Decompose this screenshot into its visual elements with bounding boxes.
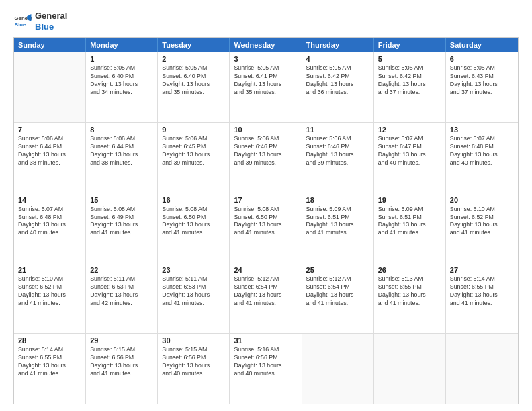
cell-info: Sunrise: 5:10 AM Sunset: 6:52 PM Dayligh… [18,275,81,308]
page: General Blue General Blue SundayMondayTu… [0,0,532,411]
svg-text:Blue: Blue [15,21,27,28]
day-cell-23: 23Sunrise: 5:11 AM Sunset: 6:53 PM Dayli… [158,263,230,333]
day-number: 14 [18,196,81,204]
day-cell-8: 8Sunrise: 5:06 AM Sunset: 6:44 PM Daylig… [86,123,158,193]
day-cell-20: 20Sunrise: 5:10 AM Sunset: 6:52 PM Dayli… [446,193,518,263]
empty-cell-4-6 [446,334,518,404]
day-number: 29 [90,336,153,345]
day-cell-15: 15Sunrise: 5:08 AM Sunset: 6:49 PM Dayli… [86,193,158,263]
day-cell-11: 11Sunrise: 5:06 AM Sunset: 6:46 PM Dayli… [302,123,374,193]
cell-info: Sunrise: 5:15 AM Sunset: 6:56 PM Dayligh… [162,346,225,378]
cell-info: Sunrise: 5:07 AM Sunset: 6:48 PM Dayligh… [18,205,81,238]
cell-info: Sunrise: 5:06 AM Sunset: 6:44 PM Dayligh… [90,135,153,167]
day-header-wednesday: Wednesday [230,38,302,52]
week-row-5: 28Sunrise: 5:14 AM Sunset: 6:55 PM Dayli… [14,334,518,404]
empty-cell-0-0 [14,52,86,122]
cell-info: Sunrise: 5:11 AM Sunset: 6:53 PM Dayligh… [90,275,153,308]
day-cell-9: 9Sunrise: 5:06 AM Sunset: 6:45 PM Daylig… [158,123,230,193]
cell-info: Sunrise: 5:07 AM Sunset: 6:48 PM Dayligh… [450,135,514,167]
day-number: 5 [378,55,441,63]
day-number: 3 [234,55,297,63]
day-number: 25 [306,266,369,274]
day-header-friday: Friday [374,38,446,52]
day-number: 21 [18,266,81,274]
day-cell-29: 29Sunrise: 5:15 AM Sunset: 6:56 PM Dayli… [86,334,158,404]
day-number: 16 [162,196,225,204]
day-number: 12 [378,126,441,134]
day-cell-13: 13Sunrise: 5:07 AM Sunset: 6:48 PM Dayli… [446,123,518,193]
day-number: 6 [450,55,514,63]
day-cell-12: 12Sunrise: 5:07 AM Sunset: 6:47 PM Dayli… [374,123,446,193]
day-cell-6: 6Sunrise: 5:05 AM Sunset: 6:43 PM Daylig… [446,52,518,122]
day-cell-17: 17Sunrise: 5:08 AM Sunset: 6:50 PM Dayli… [230,193,302,263]
day-cell-19: 19Sunrise: 5:09 AM Sunset: 6:51 PM Dayli… [374,193,446,263]
cell-info: Sunrise: 5:06 AM Sunset: 6:46 PM Dayligh… [234,135,297,167]
week-row-3: 14Sunrise: 5:07 AM Sunset: 6:48 PM Dayli… [14,193,518,264]
calendar: SundayMondayTuesdayWednesdayThursdayFrid… [13,37,519,404]
cell-info: Sunrise: 5:09 AM Sunset: 6:51 PM Dayligh… [378,205,441,238]
empty-cell-4-5 [374,334,446,404]
cell-info: Sunrise: 5:10 AM Sunset: 6:52 PM Dayligh… [450,205,514,238]
cell-info: Sunrise: 5:13 AM Sunset: 6:55 PM Dayligh… [378,275,441,308]
day-cell-3: 3Sunrise: 5:05 AM Sunset: 6:41 PM Daylig… [230,52,302,122]
day-number: 23 [162,266,225,274]
day-number: 17 [234,196,297,204]
day-cell-31: 31Sunrise: 5:16 AM Sunset: 6:56 PM Dayli… [230,334,302,404]
cell-info: Sunrise: 5:14 AM Sunset: 6:55 PM Dayligh… [18,346,81,378]
day-number: 24 [234,266,297,274]
day-cell-30: 30Sunrise: 5:15 AM Sunset: 6:56 PM Dayli… [158,334,230,404]
cell-info: Sunrise: 5:08 AM Sunset: 6:49 PM Dayligh… [90,205,153,238]
cell-info: Sunrise: 5:05 AM Sunset: 6:42 PM Dayligh… [378,64,441,97]
day-number: 2 [162,55,225,63]
day-cell-24: 24Sunrise: 5:12 AM Sunset: 6:54 PM Dayli… [230,263,302,333]
day-number: 26 [378,266,441,274]
week-row-2: 7Sunrise: 5:06 AM Sunset: 6:44 PM Daylig… [14,123,518,193]
cell-info: Sunrise: 5:05 AM Sunset: 6:42 PM Dayligh… [306,64,369,97]
day-cell-10: 10Sunrise: 5:06 AM Sunset: 6:46 PM Dayli… [230,123,302,193]
day-cell-1: 1Sunrise: 5:05 AM Sunset: 6:40 PM Daylig… [86,52,158,122]
day-number: 13 [450,126,514,134]
cell-info: Sunrise: 5:12 AM Sunset: 6:54 PM Dayligh… [306,275,369,308]
day-header-monday: Monday [86,38,158,52]
cell-info: Sunrise: 5:08 AM Sunset: 6:50 PM Dayligh… [234,205,297,238]
day-number: 4 [306,55,369,63]
cell-info: Sunrise: 5:06 AM Sunset: 6:46 PM Dayligh… [306,135,369,167]
day-cell-14: 14Sunrise: 5:07 AM Sunset: 6:48 PM Dayli… [14,193,86,263]
day-cell-27: 27Sunrise: 5:14 AM Sunset: 6:55 PM Dayli… [446,263,518,333]
day-number: 11 [306,126,369,134]
day-cell-21: 21Sunrise: 5:10 AM Sunset: 6:52 PM Dayli… [14,263,86,333]
cell-info: Sunrise: 5:14 AM Sunset: 6:55 PM Dayligh… [450,275,514,308]
day-header-saturday: Saturday [446,38,518,52]
day-cell-28: 28Sunrise: 5:14 AM Sunset: 6:55 PM Dayli… [14,334,86,404]
cell-info: Sunrise: 5:06 AM Sunset: 6:45 PM Dayligh… [162,135,225,167]
day-number: 9 [162,126,225,134]
day-number: 22 [90,266,153,274]
cell-info: Sunrise: 5:15 AM Sunset: 6:56 PM Dayligh… [90,346,153,378]
day-number: 19 [378,196,441,204]
week-row-4: 21Sunrise: 5:10 AM Sunset: 6:52 PM Dayli… [14,263,518,334]
cell-info: Sunrise: 5:06 AM Sunset: 6:44 PM Dayligh… [18,135,81,167]
header: General Blue General Blue [13,11,519,32]
day-cell-7: 7Sunrise: 5:06 AM Sunset: 6:44 PM Daylig… [14,123,86,193]
day-number: 10 [234,126,297,134]
day-number: 28 [18,336,81,345]
empty-cell-4-4 [302,334,374,404]
cell-info: Sunrise: 5:05 AM Sunset: 6:40 PM Dayligh… [90,64,153,97]
day-header-tuesday: Tuesday [158,38,230,52]
day-number: 20 [450,196,514,204]
day-number: 31 [234,336,297,345]
day-number: 15 [90,196,153,204]
day-number: 8 [90,126,153,134]
calendar-body: 1Sunrise: 5:05 AM Sunset: 6:40 PM Daylig… [14,52,518,404]
day-number: 7 [18,126,81,134]
day-cell-4: 4Sunrise: 5:05 AM Sunset: 6:42 PM Daylig… [302,52,374,122]
day-number: 27 [450,266,514,274]
day-cell-18: 18Sunrise: 5:09 AM Sunset: 6:51 PM Dayli… [302,193,374,263]
day-header-thursday: Thursday [302,38,374,52]
logo-icon: General Blue [13,12,32,31]
day-number: 1 [90,55,153,63]
day-number: 30 [162,336,225,345]
day-cell-25: 25Sunrise: 5:12 AM Sunset: 6:54 PM Dayli… [302,263,374,333]
cell-info: Sunrise: 5:07 AM Sunset: 6:47 PM Dayligh… [378,135,441,167]
calendar-header: SundayMondayTuesdayWednesdayThursdayFrid… [14,38,518,52]
